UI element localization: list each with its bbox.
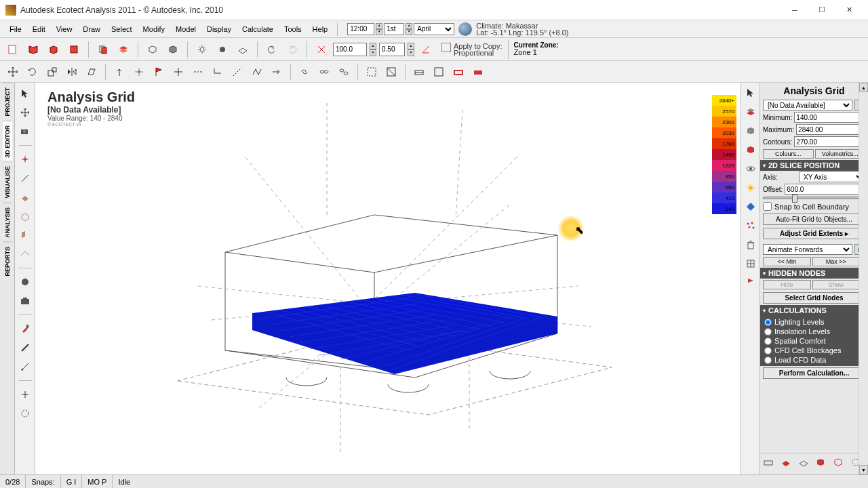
cube-red-icon[interactable] — [743, 142, 758, 157]
offset-input[interactable] — [785, 184, 868, 195]
spark-icon[interactable] — [17, 151, 33, 167]
transform-icon[interactable] — [313, 41, 330, 58]
scale-box-icon[interactable] — [43, 63, 61, 81]
hide-button[interactable]: Hide — [763, 280, 811, 289]
extents-button[interactable]: Adjust Grid Extents ▸ — [763, 228, 865, 239]
menu-tools[interactable]: Tools — [279, 23, 307, 35]
corner-icon[interactable] — [209, 63, 226, 81]
brush-icon[interactable] — [17, 340, 33, 356]
move-tool-icon[interactable] — [17, 104, 33, 121]
book-open-icon[interactable] — [24, 41, 42, 58]
menu-calculate[interactable]: Calculate — [237, 23, 279, 35]
cube-solid-icon[interactable] — [164, 41, 182, 58]
box-icon[interactable] — [45, 41, 62, 58]
scale-a-input[interactable] — [333, 43, 367, 56]
open-file-icon[interactable] — [4, 41, 22, 58]
shear-icon[interactable] — [83, 63, 100, 81]
cube-icon[interactable] — [743, 123, 758, 138]
zigzag-icon[interactable] — [248, 63, 266, 81]
select-nodes-button[interactable]: Select Grid Nodes — [763, 292, 865, 304]
book-icon[interactable] — [65, 41, 83, 58]
wall-icon[interactable] — [17, 227, 33, 243]
scroll-down-icon[interactable]: ▼ — [859, 465, 868, 474]
orbit-icon[interactable] — [17, 405, 33, 422]
arrow-select-icon[interactable] — [743, 85, 758, 100]
menu-select[interactable]: Select — [106, 23, 138, 35]
bottom-icon-4[interactable] — [815, 457, 830, 472]
grid-fill-icon[interactable] — [469, 63, 487, 81]
grid-xy-icon[interactable] — [410, 63, 428, 81]
rotate-icon[interactable] — [24, 63, 41, 81]
section-calc[interactable]: CALCULATIONS — [760, 305, 868, 316]
unlink-icon[interactable] — [335, 63, 353, 81]
deselect-icon[interactable] — [382, 63, 400, 81]
layers-red-icon[interactable] — [743, 104, 758, 119]
month-select[interactable]: April — [414, 23, 454, 35]
arrow-right-icon[interactable] — [268, 63, 285, 81]
calc-option[interactable]: CFD Cell Blockages — [760, 346, 868, 355]
day-spinner[interactable]: ▲▼ — [406, 23, 412, 35]
sphere-icon[interactable] — [17, 274, 33, 290]
redo-icon[interactable] — [283, 41, 301, 58]
flag-red-icon[interactable] — [743, 275, 758, 290]
plane-icon[interactable] — [17, 189, 33, 205]
cross-icon[interactable] — [170, 63, 187, 81]
vtab-analysis[interactable]: ANALYSIS — [3, 203, 12, 242]
eye-icon[interactable] — [743, 161, 758, 176]
min-input[interactable] — [794, 112, 868, 123]
maximize-button[interactable]: ☐ — [808, 0, 835, 20]
section-slice[interactable]: 2D SLICE POSITION — [760, 160, 868, 171]
mirror-icon[interactable] — [63, 63, 81, 81]
autofit-button[interactable]: Auto-Fit Grid to Objects... — [763, 214, 865, 225]
bottom-icon-1[interactable] — [763, 457, 778, 472]
nudge-icon[interactable] — [130, 63, 148, 81]
undo-icon[interactable] — [263, 41, 281, 58]
calc-option[interactable]: Spatial Comfort — [760, 336, 868, 346]
max-button[interactable]: Max >> — [812, 257, 861, 266]
blue-diamond-icon[interactable] — [743, 199, 758, 214]
menu-draw[interactable]: Draw — [77, 23, 106, 35]
current-zone[interactable]: Current Zone: Zone 1 — [514, 42, 559, 56]
select-all-icon[interactable] — [363, 63, 380, 81]
menu-file[interactable]: File — [4, 23, 27, 35]
menu-modify[interactable]: Modify — [138, 23, 170, 35]
snap-checkbox[interactable] — [763, 202, 772, 211]
menu-display[interactable]: Display — [201, 23, 237, 35]
scale-a-spinner[interactable]: ▲▼ — [370, 43, 376, 56]
show-button[interactable]: Show — [812, 280, 861, 289]
edit-icon[interactable] — [17, 359, 33, 375]
bottom-icon-2[interactable] — [781, 457, 795, 472]
axis-select[interactable]: XY Axis — [799, 171, 865, 182]
vtab-visualise[interactable]: VISUALISE — [3, 161, 12, 203]
roof-icon[interactable] — [17, 246, 33, 262]
grid-yz-icon[interactable] — [430, 63, 448, 81]
time-input[interactable] — [347, 23, 374, 35]
gear-icon[interactable] — [193, 41, 211, 58]
scatter-icon[interactable] — [743, 218, 758, 233]
volumetrics-button[interactable]: Volumetrics... — [815, 149, 866, 159]
minimize-button[interactable]: ─ — [781, 0, 808, 20]
bottom-icon-3[interactable] — [798, 457, 813, 472]
camera-icon[interactable] — [17, 123, 33, 140]
apply-copy-toggle[interactable] — [441, 43, 451, 52]
menu-model[interactable]: Model — [170, 23, 201, 35]
paint-icon[interactable] — [17, 321, 33, 337]
calc-option[interactable]: Load CFD Data — [760, 355, 868, 365]
link-icon[interactable] — [296, 63, 313, 81]
grid-calc-icon[interactable] — [234, 41, 252, 58]
layers-icon[interactable] — [115, 41, 132, 58]
dash-icon[interactable] — [189, 63, 207, 81]
node-icon[interactable] — [111, 63, 128, 81]
menu-view[interactable]: View — [51, 23, 78, 35]
vtab-3d-editor[interactable]: 3D EDITOR — [3, 121, 12, 162]
cube-wire-icon[interactable] — [144, 41, 161, 58]
colours-button[interactable]: Colours... — [763, 149, 814, 159]
zone-icon[interactable] — [17, 208, 33, 224]
angle-icon[interactable] — [417, 41, 435, 58]
grid-adjust-icon[interactable] — [743, 256, 758, 271]
camera2-icon[interactable] — [17, 293, 33, 309]
scrollbar[interactable]: ▲ ▼ — [859, 83, 868, 474]
bottom-icon-5[interactable] — [833, 457, 848, 472]
gear-dark-icon[interactable] — [214, 41, 231, 58]
calc-option[interactable]: Lighting Levels — [760, 317, 868, 327]
